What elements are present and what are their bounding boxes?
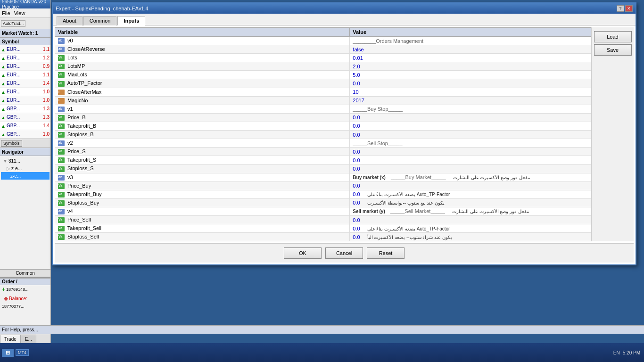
tab-e[interactable]: E... [21,335,36,343]
value-cell[interactable]: ________Orders Management [350,37,591,45]
table-row[interactable]: ab v2 _____Sell Stop_____ [55,139,591,148]
table-row[interactable]: ab v4 Sell market (y) _____Sell Market__… [55,207,591,215]
table-row[interactable]: ab v0 ________Orders Management [55,37,591,45]
table-row[interactable]: Va Stoploss_Buy 0.0 يكون عند بيع ستوب --… [55,198,591,207]
ab-icon: ab [58,209,65,214]
tab-inputs[interactable]: Inputs [117,16,145,25]
value-cell[interactable]: _____Sell Stop_____ [350,139,591,148]
table-row[interactable]: Va AutoTP_Factor 0.0 [55,79,591,88]
mt4-titlebar: 565605: OANDA-v20 Practice [0,0,50,8]
value-cell[interactable]: 5.0 [350,71,591,79]
value-cell[interactable]: 0.0 [350,79,591,88]
variable-cell: Va Lots [55,54,350,62]
variable-cell: Va Takeprofit_Sell [55,224,350,233]
tab-trade[interactable]: Trade [0,335,21,343]
table-row[interactable]: Va Takeprofit_S 0.0 [55,156,591,165]
cell-value: 2017 [353,98,364,103]
save-button[interactable]: Save [594,44,632,56]
list-item[interactable]: ▲ EUR... 0.9 [0,62,50,71]
nav-item[interactable]: z-e... [1,172,50,180]
nav-item[interactable]: ▷ z-e... [1,165,50,172]
table-row[interactable]: Va Stoploss_B 0.0 [55,131,591,139]
list-item[interactable]: ▲ EUR... 1.1 [0,45,50,54]
order-row[interactable]: + 18769148... [0,285,50,294]
reset-button[interactable]: Reset [367,247,405,259]
table-row[interactable]: Va Price_Sell 0.0 [55,215,591,224]
table-row[interactable]: ab v1 _____Buy Stop_____ [55,105,591,113]
value-cell[interactable]: 0.0 يضعه الأكسبرت بناءً على Auto_TP-Fact… [350,224,591,233]
value-cell[interactable]: 0.01 [350,54,591,62]
close-button[interactable]: ✕ [625,5,633,12]
list-item[interactable]: ▲ GBP... 1.0 [0,130,50,139]
value-cell[interactable]: 0.0 يضعه الأكسبرت بناءً على Auto_TP-Fact… [350,190,591,198]
help-button[interactable]: ? [617,5,624,12]
value-cell[interactable]: 0.0 [350,122,591,130]
menu-file[interactable]: File [2,10,10,16]
load-button[interactable]: Load [594,31,632,42]
nav-item[interactable]: ▼ 311... [1,157,50,165]
value-cell[interactable]: _____Buy Stop_____ [350,105,591,113]
value-cell[interactable]: Sell market (y) _____Sell Market_____ تت… [350,207,591,215]
common-tab[interactable]: Common [0,270,50,277]
table-row[interactable]: Va Stoploss_Sell 0.0 يكون عند شراء ستوب-… [55,233,591,241]
variable-cell: ab CloseAtReverse [55,45,350,54]
value-cell[interactable]: 0.0 [350,113,591,122]
value-cell[interactable]: 0.0 يكون عند شراء ستوب-- يضعه الأكسبرت آ… [350,233,591,241]
value-cell[interactable]: 2017 [350,96,591,105]
value-cell[interactable]: 0.0 [350,165,591,173]
variable-name: MagicNo [67,98,88,103]
table-row[interactable]: Va Lots 0.01 [55,54,591,62]
table-row[interactable]: Va MaxLots 5.0 [55,71,591,79]
table-row[interactable]: Va Takeprofit_Buy 0.0 يضعه الأكسبرت بناء… [55,190,591,198]
value-cell[interactable]: 0.0 [350,181,591,190]
va-icon: Va [58,64,65,69]
value-cell[interactable]: false [350,45,591,54]
table-row[interactable]: ab v3 Buy market (x) _____Buy Market____… [55,173,591,181]
table-row[interactable]: Va Price_S 0.0 [55,148,591,156]
table-row[interactable]: i CloseAfterMax 10 [55,88,591,96]
start-button[interactable]: ⊞ [2,349,14,357]
taskbar-app-item[interactable]: MT4 [16,349,29,356]
language-indicator: EN [613,350,620,355]
menu-view[interactable]: View [14,10,25,16]
list-item[interactable]: ▲ EUR... 1.4 [0,79,50,88]
table-row[interactable]: Va Stoploss_S 0.0 [55,165,591,173]
va-icon: Va [58,81,65,87]
variable-name: Stoploss_B [67,132,94,137]
value-cell[interactable]: 0.0 [350,156,591,165]
cell-value: _____Buy Stop_____ [353,106,403,112]
list-item[interactable]: ▲ GBP... 1.4 [0,122,50,130]
up-arrow-icon: ▲ [1,132,6,137]
value-cell[interactable]: 0.0 [350,131,591,139]
value-cell[interactable]: 0.0 [350,148,591,156]
table-row[interactable]: Va LotsMP 2.0 [55,62,591,71]
list-item[interactable]: ▲ EUR... 1.1 [0,71,50,79]
ok-button[interactable]: OK [284,247,322,259]
tab-common[interactable]: Common [83,16,117,25]
cancel-button[interactable]: Cancel [325,247,363,259]
value-cell[interactable]: 0.0 [350,215,591,224]
list-item[interactable]: ▲ EUR... 1.2 [0,54,50,62]
value-cell[interactable]: 0.0 يكون عند بيع ستوب --بواسطة الأكسبرت [350,198,591,207]
table-row[interactable]: Va Price_B 0.0 [55,113,591,122]
cell-value: 0.01 [353,55,363,61]
list-item[interactable]: ▲ EUR... 1.0 [0,88,50,96]
autotrade-btn[interactable]: AutoTrad... [1,20,25,27]
cell-value: 0.0 [353,166,360,172]
variable-name: Stoploss_Sell [67,234,99,239]
table-row[interactable]: ab CloseAtReverse false [55,45,591,54]
symbols-button[interactable]: Symbols [1,140,22,147]
table-row[interactable]: Va Price_Buy 0.0 [55,181,591,190]
value-cell[interactable]: Buy market (x) _____Buy Market_____ تتفع… [350,173,591,181]
value-cell[interactable]: 10 [350,88,591,96]
tab-about[interactable]: About [57,16,83,25]
list-item[interactable]: ▲ GBP... 1.3 [0,113,50,122]
list-item[interactable]: ▲ GBP... 1.3 [0,105,50,113]
value-cell[interactable]: 2.0 [350,62,591,71]
table-row[interactable]: Va Takeprofit_Sell 0.0 يضعه الأكسبرت بنا… [55,224,591,233]
list-item[interactable]: ▲ EUR... 1.0 [0,96,50,105]
table-row[interactable]: i MagicNo 2017 [55,96,591,105]
order-row[interactable]: 18770077... [0,303,50,310]
variable-cell: Va Stoploss_Sell [55,233,350,241]
table-row[interactable]: Va Takeprofit_B 0.0 [55,122,591,130]
